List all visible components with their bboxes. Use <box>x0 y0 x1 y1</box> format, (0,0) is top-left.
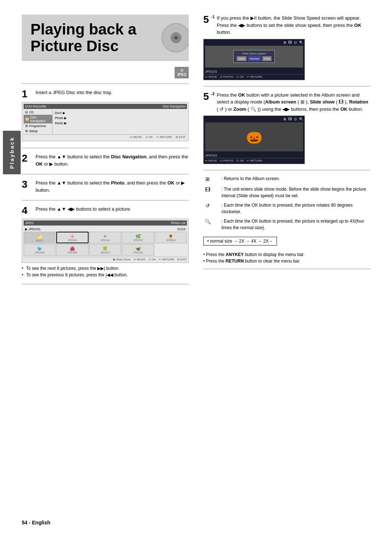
playback-tab: Playback <box>3 131 21 174</box>
photo-thumb-1: 🌸 JPEG01 <box>56 232 88 243</box>
step-5-2-sup: -2 <box>211 92 215 96</box>
icon-desc-album-text: : Returns to the Album screen. <box>221 175 280 182</box>
step-1-text: Insert a JPEG Disc into the disc tray. <box>36 89 189 96</box>
icon-desc-zoom: 🔍 : Each time the OK button is pressed, … <box>203 218 370 231</box>
photo-thumb-5: 🐦 JPEG05 <box>24 244 56 256</box>
step-2-number: 2 <box>22 153 32 163</box>
step-1: 1 Insert a JPEG Disc into the disc tray.… <box>22 89 189 141</box>
photo-grid: 📁 ROOT 🌸 JPEG01 ☀ JPEG02 <box>24 232 187 256</box>
title-block: Playing back a Picture Disc <box>22 15 189 61</box>
nav-screen-header: DVD-Recorder Disc Navigation <box>24 104 187 109</box>
album-screen: ⊞🎞⊡🔍 🎃 JPEG01 ⇔ MOVE ⊙ PHOTO ⊙ OK ↩ RETU… <box>203 115 305 164</box>
speed-slow[interactable]: Slow <box>237 56 246 61</box>
step-5-2-text: Press the OK button with a picture selec… <box>217 92 370 113</box>
step-3-number: 3 <box>22 179 32 190</box>
step-2-text: Press the ▲▼ buttons to select the Disc … <box>36 153 189 167</box>
step-5-2-header: 5 -2 Press the OK button with a picture … <box>203 92 370 113</box>
nav-content-divx: DivX ▶ <box>55 110 67 115</box>
step-2-header: 2 Press the ▲▼ buttons to select the Dis… <box>22 153 189 167</box>
page-footer: 54 - English <box>22 520 370 525</box>
slideshow-speed-screen: ⊞🎞⊡🔍 🐦 Slide Show Speed Slow Normal Fast <box>203 39 305 80</box>
divider-3 <box>22 200 189 200</box>
icon-desc-rotation-text: : Each time the OK button is pressed, th… <box>221 202 370 215</box>
album-footer: ⇔ MOVE ⊙ PHOTO ⊙ OK ↩ RETURN <box>205 158 303 162</box>
nav-content-music: Music ▶ <box>55 121 67 126</box>
slideshow-footer: ⇔ MOVE ⊙ PHOTO ⊙ OK ↩ RETURN <box>205 74 303 78</box>
slideshow-icon: 🎞 <box>203 186 212 194</box>
step-4-bullet-2: To see the previous 8 pictures, press th… <box>22 272 189 277</box>
page-title: Playing back a Picture Disc <box>30 21 180 54</box>
photo-thumb-8: 🦋 JPEG08 <box>122 244 154 256</box>
photo-thumb-2: ☀ JPEG02 <box>89 232 121 243</box>
step-1-header: 1 Insert a JPEG Disc into the disc tray. <box>22 89 189 99</box>
divider-4 <box>22 284 189 284</box>
divider-1 <box>22 148 189 148</box>
divider-6 <box>203 170 370 170</box>
nav-item-disc: 📀DiscNavigation <box>24 115 52 123</box>
step-1-number: 1 <box>22 89 32 99</box>
step-4-header: 4 Press the ▲▼ ◀▶ buttons to select a pi… <box>22 206 189 216</box>
photo-thumb-7: 🍀 JPEG07 <box>89 244 121 256</box>
step-5-2: 5 -2 Press the OK button with a picture … <box>203 92 370 165</box>
speed-overlay: Slide Show Speed Slow Normal Fast <box>233 50 275 63</box>
step-4-number: 4 <box>22 206 32 216</box>
nav-screen-body: ⊟CD 📀DiscNavigation ⚙Programme ⚙Setup <box>24 110 187 134</box>
divider-bottom <box>203 269 370 269</box>
disc-graphic <box>160 21 189 54</box>
jpeg-badge: ⊙ JPEG <box>175 67 189 78</box>
step-5-1-header: 5 -1 If you press the ▶II button, the Sl… <box>203 15 370 36</box>
album-icons: ⊞🎞⊡🔍 <box>205 117 303 121</box>
step-5-1: 5 -1 If you press the ▶II button, the Sl… <box>203 15 370 80</box>
step-2: 2 Press the ▲▼ buttons to select the Dis… <box>22 153 189 167</box>
divider-2 <box>22 174 189 174</box>
nav-item-programme: ⚙Programme <box>24 123 52 129</box>
bottom-note-2: • Press the RETURN button to clear the m… <box>203 259 370 264</box>
step-4: 4 Press the ▲▼ ◀▶ buttons to select a pi… <box>22 206 189 277</box>
speed-normal[interactable]: Normal <box>248 56 261 61</box>
slideshow-icons: ⊞🎞⊡🔍 <box>205 41 303 44</box>
icon-desc-album: ⊞ : Returns to the Album screen. <box>203 175 370 183</box>
nav-item-setup: ⚙Setup <box>24 129 52 134</box>
icon-desc-rotation: ↺ : Each time the OK button is pressed, … <box>203 202 370 215</box>
photo-screen: JPEG Photo List ▶ JPEG01 01/10 📁 ROOT <box>22 219 189 263</box>
divider-5 <box>203 86 370 86</box>
photo-thumb-root: 📁 ROOT <box>24 232 56 243</box>
album-icon: ⊞ <box>203 175 212 183</box>
zoom-diagram: • normal size → 2X → 4X → 2X→ <box>203 237 277 245</box>
slideshow-main-image: 🐦 Slide Show Speed Slow Normal Fast <box>205 46 303 68</box>
bottom-notes: • Press the ANYKEY button to display the… <box>203 252 370 264</box>
icon-descriptions: ⊞ : Returns to the Album screen. 🎞 : The… <box>203 175 370 231</box>
step-5-1-number: 5 <box>203 15 209 25</box>
nav-content: DivX ▶ Photo ▶ Music ▶ <box>53 110 69 134</box>
nav-item-cd: ⊟CD <box>24 110 52 115</box>
speed-fast[interactable]: Fast <box>262 56 272 61</box>
nav-content-photo: Photo ▶ <box>55 115 67 121</box>
step-5-1-text: If you press the ▶II button, the Slide S… <box>217 15 370 36</box>
left-column: Playback Playing back a Picture Disc <box>22 15 189 509</box>
step-3-header: 3 Press the ▲▼ buttons to select the Pho… <box>22 179 189 194</box>
nav-screen-footer: ⇔ MOVE⊙ OK↩ RETURN⊟ EXIT <box>24 134 187 139</box>
bottom-note-1: • Press the ANYKEY button to display the… <box>203 252 370 257</box>
divider-0 <box>22 84 189 84</box>
step-4-bullets: To see the next 8 pictures, press the ▶▶… <box>22 266 189 277</box>
step-3: 3 Press the ▲▼ buttons to select the Pho… <box>22 179 189 194</box>
nav-sidebar: ⊟CD 📀DiscNavigation ⚙Programme ⚙Setup <box>24 110 53 134</box>
step-3-text: Press the ▲▼ buttons to select the Photo… <box>36 179 189 194</box>
photo-thumb-6: 🌺 JPEG06 <box>56 244 88 256</box>
step-5-2-number: 5 <box>203 92 209 102</box>
photo-thumb-3: 🌿 JPEG03 <box>122 232 154 243</box>
nav-screen: DVD-Recorder Disc Navigation ⊟CD 📀DiscNa… <box>22 102 189 141</box>
photo-screen-header: JPEG Photo List <box>24 220 187 226</box>
album-main-image: 🎃 <box>205 122 303 151</box>
page: Playback Playing back a Picture Disc <box>0 0 392 540</box>
step-4-bullet-1: To see the next 8 pictures, press the ▶▶… <box>22 266 189 271</box>
icon-desc-slideshow-text: : The unit enters slide show mode. Befor… <box>221 186 370 199</box>
photo-label-row: ▶ JPEG01 01/10 <box>24 227 187 232</box>
speed-buttons: Slow Normal Fast <box>237 56 272 61</box>
jpeg-badge-container: ⊙ JPEG <box>22 67 189 78</box>
step-4-text: Press the ▲▼ ◀▶ buttons to select a pict… <box>36 206 189 213</box>
icon-desc-zoom-text: : Each time the OK button is pressed, th… <box>221 218 370 231</box>
right-column: 5 -1 If you press the ▶II button, the Sl… <box>203 15 370 509</box>
photo-thumb-4: 🌻 JPEG04 <box>155 232 187 243</box>
svg-point-2 <box>174 36 178 40</box>
